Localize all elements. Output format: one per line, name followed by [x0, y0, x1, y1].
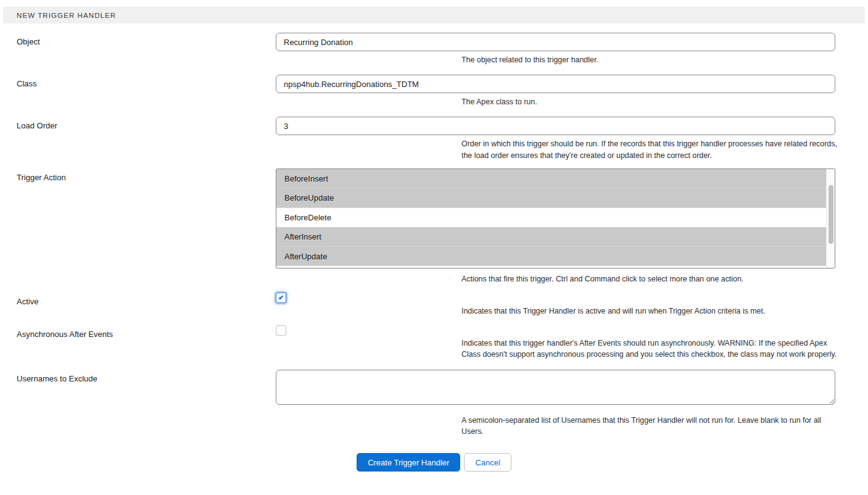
active-checkbox[interactable]: ✔ [276, 293, 286, 303]
trigger-action-option[interactable]: BeforeInsert [276, 169, 835, 189]
async-after-events-checkbox[interactable]: ✔ [276, 325, 286, 336]
class-input[interactable] [276, 75, 835, 93]
form-row-load-order: Load Order Order in which this trigger s… [0, 117, 868, 160]
form-row-usernames-to-exclude: Usernames to Exclude A semicolon-separat… [0, 370, 868, 437]
class-help: The Apex class to run. [461, 96, 839, 107]
active-label: Active [17, 297, 38, 306]
load-order-label: Load Order [17, 121, 57, 130]
trigger-action-help: Actions that fire this trigger. Ctrl and… [461, 273, 839, 285]
usernames-to-exclude-help: A semicolon-separated list of Usernames … [461, 415, 839, 437]
object-input[interactable] [276, 33, 835, 51]
load-order-input[interactable] [276, 117, 835, 135]
form-row-object: Object The object related to this trigge… [0, 33, 868, 65]
trigger-action-label: Trigger Action [17, 173, 66, 182]
cancel-button[interactable]: Cancel [464, 453, 511, 472]
object-help: The object related to this trigger handl… [461, 54, 839, 65]
object-label: Object [17, 37, 40, 46]
trigger-action-options: BeforeInsertBeforeUpdateBeforeDeleteAfte… [276, 169, 835, 267]
trigger-action-option[interactable]: BeforeUpdate [276, 188, 835, 208]
form-row-active: Active ✔ Indicates that this Trigger Han… [0, 293, 868, 317]
async-after-events-help: Indicates that this trigger handler's Af… [461, 338, 839, 360]
trigger-action-listbox[interactable]: BeforeInsertBeforeUpdateBeforeDeleteAfte… [276, 168, 835, 268]
trigger-action-option[interactable]: BeforeDelete [276, 208, 835, 228]
usernames-to-exclude-textarea[interactable] [276, 370, 835, 405]
load-order-help: Order in which this trigger should be ru… [461, 138, 839, 160]
trigger-action-option[interactable]: AfterUpdate [276, 247, 835, 267]
section-header: NEW TRIGGER HANDLER [3, 7, 865, 23]
async-after-events-label: Asynchronous After Events [17, 330, 113, 339]
form-actions: Create Trigger Handler Cancel [0, 453, 868, 472]
usernames-to-exclude-label: Usernames to Exclude [17, 374, 97, 383]
trigger-action-option[interactable]: AfterInsert [276, 227, 835, 247]
listbox-scroll-thumb[interactable] [829, 185, 833, 244]
create-trigger-handler-button[interactable]: Create Trigger Handler [357, 453, 460, 472]
form-row-class: Class The Apex class to run. [0, 75, 868, 107]
form-row-trigger-action: Trigger Action BeforeInsertBeforeUpdateB… [0, 168, 868, 285]
active-help: Indicates that this Trigger Handler is a… [461, 306, 839, 317]
form-row-async-after-events: Asynchronous After Events ✔ Indicates th… [0, 325, 868, 360]
section-title: NEW TRIGGER HANDLER [17, 12, 116, 19]
listbox-scrollbar[interactable] [826, 169, 835, 268]
trigger-handler-form: Object The object related to this trigge… [0, 23, 868, 472]
check-icon: ✔ [278, 294, 284, 301]
class-label: Class [17, 79, 37, 88]
